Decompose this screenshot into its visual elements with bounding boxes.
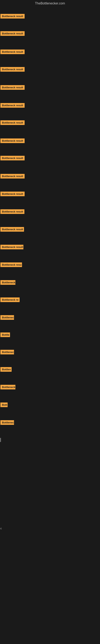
list-item: Bottleneck result — [0, 172, 25, 181]
bottleneck-result-badge[interactable]: Bottleneck result — [0, 245, 23, 249]
bottleneck-result-badge[interactable]: Bottleneck result — [0, 85, 25, 90]
list-item: Bottleneck result — [0, 119, 25, 128]
list-item: Bottlenec — [0, 348, 14, 357]
list-item: Bott — [0, 401, 8, 410]
bottleneck-result-badge[interactable]: Bottleneck result — [0, 192, 25, 196]
list-item: Bottleneck result — [0, 48, 25, 56]
list-item: Bottleneck result — [0, 208, 24, 216]
small-char-label: c — [0, 527, 2, 530]
bottleneck-result-badge[interactable]: Bottleneck result — [0, 156, 25, 160]
bottleneck-result-badge[interactable]: Bottle — [0, 332, 10, 337]
list-item: Bottleneck resu — [0, 261, 22, 270]
bottleneck-result-badge[interactable]: Bottleneck result — [0, 103, 25, 108]
bottleneck-result-badge[interactable]: Bottleneck resu — [0, 262, 22, 267]
bottleneck-result-badge[interactable]: Bottlenec — [0, 315, 14, 320]
list-item: Bottleneck result — [0, 243, 23, 252]
bottleneck-result-badge[interactable]: Bottleneck result — [0, 50, 25, 54]
list-item — [0, 436, 1, 444]
bottleneck-result-badge[interactable]: Bottleneck result — [0, 227, 24, 232]
bottleneck-result-badge[interactable]: Bottleneck result — [0, 31, 25, 36]
bottleneck-result-badge[interactable]: Bottleneck result — [0, 209, 24, 214]
list-item: Bottleneck result — [0, 226, 24, 234]
list-item: Bottleneck — [0, 383, 15, 392]
bottleneck-result-badge[interactable]: Bottleneck result — [0, 14, 25, 18]
bottleneck-result-badge[interactable]: Bottleneck re — [0, 298, 20, 302]
bottleneck-result-badge[interactable]: Bottleneck — [0, 280, 15, 285]
list-item: Bottleneck result — [0, 30, 25, 38]
bottleneck-result-badge[interactable]: Bottlen — [0, 367, 12, 372]
list-item: Bottleneck result — [0, 66, 25, 74]
bottleneck-result-badge[interactable]: Bottleneck result — [0, 174, 25, 178]
bottleneck-result-badge[interactable]: Bottlenec — [0, 350, 14, 354]
list-item: Bottleneck — [0, 278, 15, 287]
list-item: Bottleneck result — [0, 102, 25, 110]
bottleneck-result-badge[interactable]: Bottleneck result — [0, 138, 25, 143]
site-title: TheBottlenecker.com — [0, 0, 100, 7]
list-item: Bottleneck re — [0, 296, 20, 304]
list-item: c — [0, 525, 2, 532]
list-item: Bottleneck result — [0, 84, 25, 92]
bottleneck-result-badge[interactable]: Bottleneck result — [0, 67, 25, 72]
list-item: Bottleneck result — [0, 190, 25, 199]
list-item: Bottlenec — [0, 314, 14, 322]
list-item: Bottlenec — [0, 418, 14, 427]
list-item: Bottle — [0, 331, 10, 340]
cursor-indicator — [0, 438, 1, 442]
list-item: Bottleneck result — [0, 137, 25, 146]
list-item: Bottlen — [0, 366, 12, 374]
list-item: Bottleneck result — [0, 12, 25, 21]
bottleneck-result-badge[interactable]: Bott — [0, 402, 8, 407]
bottleneck-result-badge[interactable]: Bottleneck — [0, 385, 15, 390]
bottleneck-result-badge[interactable]: Bottlenec — [0, 420, 14, 425]
bottleneck-result-badge[interactable]: Bottleneck result — [0, 120, 25, 125]
list-item: Bottleneck result — [0, 154, 25, 163]
